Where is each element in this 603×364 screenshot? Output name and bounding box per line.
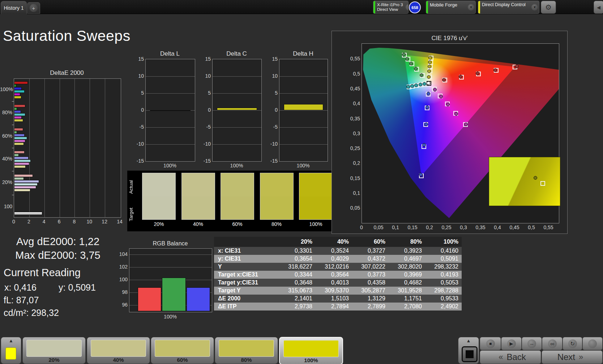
collapse-panel-button[interactable]: ◀ [594,1,603,14]
up-arrow-icon: ▲ [458,338,479,343]
display-control-dropdown[interactable]: Direct Display Control ▼ [478,1,539,14]
x-tick-label: 6 [55,219,64,224]
back-button[interactable]: « Back [480,350,541,364]
tab-history-1[interactable]: History 1 [1,1,27,14]
stop-button[interactable]: ■ [480,337,501,350]
y-tick-label: 0,05 [343,205,360,211]
patch-level-label: 80% [260,221,294,227]
x-tick-label: 12 [100,219,109,224]
step-button[interactable]: ↔ [522,337,542,350]
table-cell: 1,5103 [316,295,352,303]
gridline [213,93,261,94]
de-bar [14,131,17,134]
y-tick-label: 0,15 [343,175,360,181]
gridline [279,144,328,145]
row-label: x: CIE31 [214,247,279,255]
refresh-button[interactable]: ↻ [563,337,582,350]
y-tick-label: -5 [198,124,211,130]
x-tick-label: 10 [85,219,94,224]
measured-point-icon [402,53,406,56]
x-tick-label: 0,2 [423,224,436,230]
row-label: ΔE ITP [214,303,279,311]
settings-button[interactable]: ⚙ [541,1,556,14]
table-cell: 1,1751 [389,295,425,303]
gridline [60,79,60,217]
table-cell: 0,3773 [352,271,389,279]
up-arrow-icon: ▲ [1,338,21,343]
actual-patch [260,173,293,196]
current-y-value: y: 0,5091 [59,282,96,293]
table-cell: 0,4013 [316,279,352,287]
de-bar [14,162,29,165]
gridline [279,76,328,77]
measured-point-icon [424,123,428,126]
table-cell: 301,9528 [389,287,425,295]
gridline [213,110,261,111]
patch-color-swatch [26,340,82,357]
gridline [213,127,261,128]
patch-button-80%[interactable]: 80% [215,337,278,364]
next-chevrons-icon: » [579,352,583,362]
table-cell: 312,0216 [316,263,352,271]
measured-point-icon [464,123,468,126]
y-tick-label: 5 [265,90,278,96]
source-dropdown[interactable]: Mobile Forge ▼ [426,1,476,14]
patch-button-100%[interactable]: 100% [279,337,343,364]
de-bar [14,165,26,168]
record-button[interactable] [582,337,603,350]
table-cell: 2,4902 [425,303,462,311]
meter-name: X-Rite i1Pro 3 [377,3,403,7]
patch-button-40%[interactable]: 40% [87,337,150,364]
next-button[interactable]: Next » [542,350,603,364]
gridline [105,79,105,217]
group-label: 60% [0,133,12,139]
source-label: Mobile Forge [428,1,467,13]
de-bar [14,110,21,113]
column-header: 80% [389,237,425,247]
gridline [44,79,45,217]
patch-selector-button[interactable]: ▲ [1,337,21,364]
meter-reading-badge[interactable]: 658 [409,1,421,13]
table-cell: 0,4029 [316,255,352,263]
table-cell: 0,3969 [389,271,425,279]
patch-window-icon [462,346,478,362]
delta-h-chart-title: Delta H [279,50,327,57]
x-tick-label: 0,3 [457,224,470,230]
patch-window-button[interactable]: ▲ [458,337,479,364]
patch-button-label: 40% [87,357,150,363]
deltae2000-chart-title: DeltaE 2000 [22,69,112,77]
play-button[interactable]: ▶ [501,337,522,350]
delta-bar [284,104,323,110]
delta-l-chart-title: Delta L [145,50,194,57]
continuous-read-button[interactable]: ∞ [542,337,563,350]
patch-button-label: 80% [215,357,278,363]
table-cell: 307,0222 [352,263,389,271]
delta-c-chart-title: Delta C [212,50,261,57]
table-cell: 302,8020 [389,263,425,271]
x-tick-label: 0 [9,219,18,224]
y-tick-label: 0,1 [343,190,360,196]
patch-button-60%[interactable]: 60% [151,337,214,364]
de-bar [14,84,16,87]
y-tick-label: 102 [114,264,128,270]
column-header: 40% [316,237,352,247]
x-tick-label: 8 [70,219,78,224]
measured-point-icon [446,103,450,106]
table-cell: 2,7080 [389,303,425,311]
meter-dropdown[interactable]: X-Rite i1Pro 3 Direct View ▼ [373,1,409,14]
table-cell: 0,3301 [279,247,316,255]
de-bar [14,180,39,183]
measured-point-icon [515,64,519,68]
y-tick-label: 0 [131,107,144,113]
de-bar [14,159,31,162]
patch-color-swatch [155,340,210,357]
de-bar [14,107,17,110]
target-square-icon [540,181,545,186]
y-tick-label: 100 [114,277,128,282]
table-cell: 2,9738 [279,303,316,311]
patch-button-20%[interactable]: 20% [22,337,86,364]
delta-l-chart [145,59,195,162]
de-bar [14,137,27,140]
add-tab-button[interactable]: + [27,2,40,14]
table-cell: 298,7288 [425,287,462,295]
